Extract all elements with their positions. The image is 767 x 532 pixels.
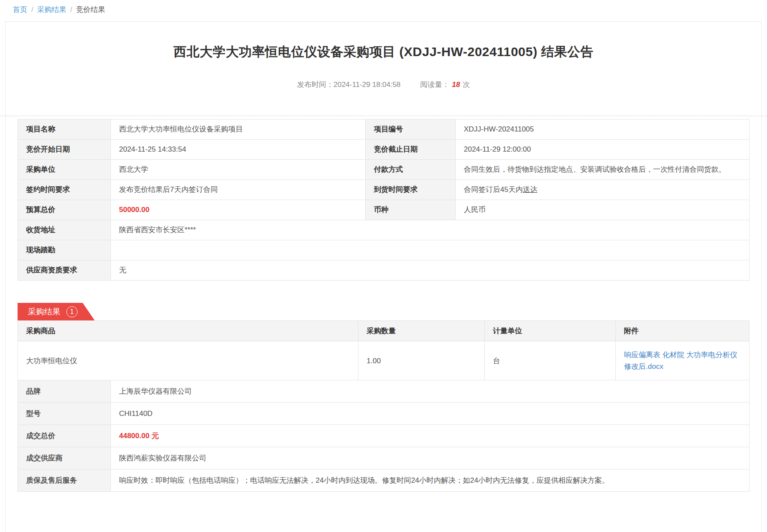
- budget-value: 50000.00: [111, 200, 366, 220]
- sign-time-label: 签约时间要求: [18, 180, 111, 200]
- payment-value: 合同生效后，待货物到达指定地点、安装调试验收合格后，一次性付清合同货款。: [456, 160, 749, 180]
- table-row: 质保及售后服务 响应时效：即时响应（包括电话响应）；电话响应无法解决，24小时内…: [18, 469, 749, 492]
- purchaser-label: 采购单位: [18, 160, 111, 180]
- views-label: 阅读量：: [420, 81, 449, 89]
- breadcrumb: 首页/采购结果/竞价结果: [0, 0, 767, 15]
- brand-label: 品牌: [18, 380, 111, 403]
- delivery-time-underlined: 送达: [523, 185, 537, 194]
- qualification-label: 供应商资质要求: [18, 260, 111, 281]
- result-count-badge: 1: [66, 306, 78, 317]
- product-column-header: 采购商品: [18, 321, 358, 341]
- publish-time-label: 发布时间：: [297, 81, 334, 89]
- supplier-label: 成交供应商: [18, 447, 111, 469]
- page-title: 西北大学大功率恒电位仪设备采购项目 (XDJJ-HW-202411005) 结果…: [6, 43, 761, 61]
- purchase-result-table: 采购商品 采购数量 计量单位 附件 大功率恒电位仪 1.00 台 响应偏离表 化…: [18, 320, 749, 492]
- currency-label: 币种: [366, 200, 456, 220]
- model-value: CHI1140D: [111, 403, 749, 425]
- breadcrumb-separator: /: [70, 6, 72, 14]
- project-name-value: 西北大学大功率恒电位仪设备采购项目: [111, 120, 366, 140]
- announcement-card: 西北大学大功率恒电位仪设备采购项目 (XDJJ-HW-202411005) 结果…: [5, 21, 762, 532]
- budget-label: 预算总价: [18, 200, 111, 220]
- unit-value: 台: [485, 341, 616, 380]
- table-row: 成交供应商 陕西鸿薪实验仪器有限公司: [18, 447, 749, 469]
- final-price-label: 成交总价: [18, 425, 111, 447]
- project-name-label: 项目名称: [18, 120, 111, 140]
- delivery-time-value: 合同签订后45天内送达: [456, 180, 749, 200]
- purchaser-value: 西北大学: [111, 160, 366, 180]
- qualification-value: 无: [111, 260, 749, 281]
- payment-label: 付款方式: [366, 160, 456, 180]
- delivery-time-label: 到货时间要求: [366, 180, 456, 200]
- brand-value: 上海辰华仪器有限公司: [111, 380, 749, 403]
- final-price-value: 44800.00 元: [111, 425, 749, 447]
- site-visit-label: 现场踏勘: [18, 240, 111, 260]
- result-ribbon-label: 采购结果: [28, 306, 60, 317]
- attachment-cell: 响应偏离表 化材院 大功率电分析仪 修改后.docx: [616, 341, 749, 380]
- views-count: 18: [452, 81, 460, 89]
- views-unit: 次: [463, 81, 470, 89]
- breadcrumb-separator: /: [31, 6, 33, 14]
- warranty-value: 响应时效：即时响应（包括电话响应）；电话响应无法解决，24小时内到达现场。修复时…: [111, 469, 749, 492]
- table-row: 供应商资质要求 无: [18, 260, 749, 281]
- table-row: 大功率恒电位仪 1.00 台 响应偏离表 化材院 大功率电分析仪 修改后.doc…: [18, 341, 749, 380]
- table-row: 项目名称 西北大学大功率恒电位仪设备采购项目 项目编号 XDJJ-HW-2024…: [18, 120, 749, 140]
- result-section-header: 采购结果 1: [18, 303, 749, 320]
- bid-end-value: 2024-11-29 12:00:00: [456, 140, 749, 160]
- model-label: 型号: [18, 403, 111, 425]
- quantity-column-header: 采购数量: [358, 321, 485, 341]
- project-info-table: 项目名称 西北大学大功率恒电位仪设备采购项目 项目编号 XDJJ-HW-2024…: [18, 119, 749, 281]
- table-row: 采购单位 西北大学 付款方式 合同生效后，待货物到达指定地点、安装调试验收合格后…: [18, 160, 749, 180]
- publish-time-value: 2024-11-29 18:04:58: [334, 81, 401, 89]
- sign-time-value: 发布竞价结果后7天内签订合同: [111, 180, 366, 200]
- breadcrumb-home-link[interactable]: 首页: [13, 6, 27, 14]
- bid-start-label: 竞价开始日期: [18, 140, 111, 160]
- unit-column-header: 计量单位: [485, 321, 616, 341]
- table-row: 签约时间要求 发布竞价结果后7天内签订合同 到货时间要求 合同签订后45天内送达: [18, 180, 749, 200]
- address-label: 收货地址: [18, 220, 111, 240]
- site-visit-value: [111, 240, 749, 260]
- dashed-divider: [0, 116, 767, 116]
- attachment-link[interactable]: 响应偏离表 化材院 大功率电分析仪 修改后.docx: [624, 351, 737, 371]
- table-row: 成交总价 44800.00 元: [18, 425, 749, 447]
- table-row: 预算总价 50000.00 币种 人民币: [18, 200, 749, 220]
- table-header-row: 采购商品 采购数量 计量单位 附件: [18, 321, 749, 341]
- project-no-label: 项目编号: [366, 120, 456, 140]
- bid-start-value: 2024-11-25 14:33:54: [111, 140, 366, 160]
- breadcrumb-purchase-results-link[interactable]: 采购结果: [37, 6, 66, 14]
- breadcrumb-current: 竞价结果: [76, 6, 105, 14]
- table-row: 品牌 上海辰华仪器有限公司: [18, 380, 749, 403]
- bid-end-label: 竞价截止日期: [366, 140, 456, 160]
- project-no-value: XDJJ-HW-202411005: [456, 120, 749, 140]
- table-row: 现场踏勘: [18, 240, 749, 260]
- result-ribbon: 采购结果 1: [18, 303, 95, 320]
- supplier-value: 陕西鸿薪实验仪器有限公司: [111, 447, 749, 469]
- warranty-label: 质保及售后服务: [18, 469, 111, 492]
- attachment-column-header: 附件: [616, 321, 749, 341]
- product-value: 大功率恒电位仪: [18, 341, 358, 380]
- article-meta: 发布时间：2024-11-29 18:04:58阅读量：18次: [6, 80, 761, 90]
- table-row: 收货地址 陕西省西安市长安区****: [18, 220, 749, 240]
- address-value: 陕西省西安市长安区****: [111, 220, 749, 240]
- delivery-time-text: 合同签订后45天内: [464, 185, 523, 194]
- table-row: 竞价开始日期 2024-11-25 14:33:54 竞价截止日期 2024-1…: [18, 140, 749, 160]
- quantity-value: 1.00: [358, 341, 485, 380]
- currency-value: 人民币: [456, 200, 749, 220]
- table-row: 型号 CHI1140D: [18, 403, 749, 425]
